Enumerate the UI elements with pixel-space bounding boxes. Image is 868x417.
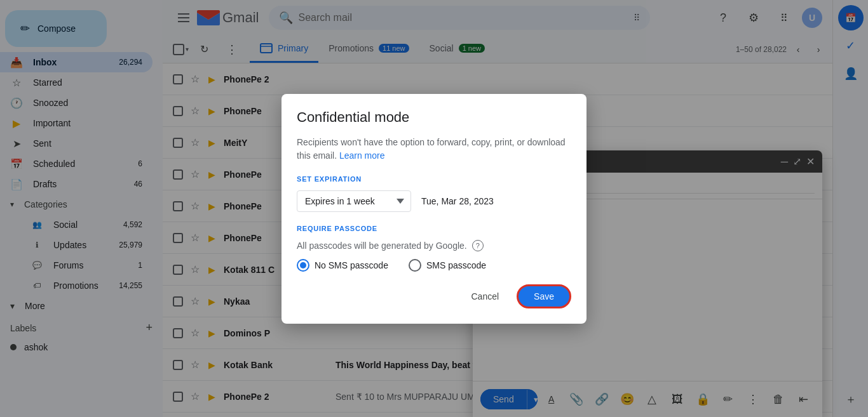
sms-passcode-option[interactable]: SMS passcode — [409, 259, 486, 272]
expiry-select[interactable]: No expiration Expires in 1 day Expires i… — [297, 190, 411, 212]
modal-title: Confidential mode — [297, 109, 571, 126]
no-sms-passcode-option[interactable]: No SMS passcode — [297, 259, 388, 272]
expiry-row: No expiration Expires in 1 day Expires i… — [297, 190, 571, 212]
expiry-date: Tue, Mar 28, 2023 — [421, 196, 494, 206]
modal-actions: Cancel Save — [297, 284, 571, 308]
modal-overlay: Confidential mode Recipients won't have … — [0, 0, 868, 417]
learn-more-link[interactable]: Learn more — [339, 150, 385, 161]
passcode-section: REQUIRE PASSCODE All passcodes will be g… — [297, 225, 571, 272]
modal-desc-text: Recipients won't have the option to forw… — [297, 137, 566, 161]
passcode-description: All passcodes will be generated by Googl… — [297, 240, 571, 251]
save-button[interactable]: Save — [517, 284, 571, 308]
sms-label: SMS passcode — [426, 260, 486, 270]
cancel-button[interactable]: Cancel — [458, 284, 512, 308]
help-icon[interactable]: ? — [472, 240, 484, 251]
confidential-mode-modal: Confidential mode Recipients won't have … — [281, 94, 587, 324]
sms-radio — [409, 259, 421, 272]
no-sms-label: No SMS passcode — [315, 260, 388, 270]
passcode-radio-group: No SMS passcode SMS passcode — [297, 259, 571, 272]
set-expiration-label: SET EXPIRATION — [297, 175, 571, 183]
require-passcode-label: REQUIRE PASSCODE — [297, 225, 571, 232]
modal-description: Recipients won't have the option to forw… — [297, 136, 571, 162]
passcode-desc-text: All passcodes will be generated by Googl… — [297, 241, 467, 251]
no-sms-radio — [297, 259, 309, 272]
